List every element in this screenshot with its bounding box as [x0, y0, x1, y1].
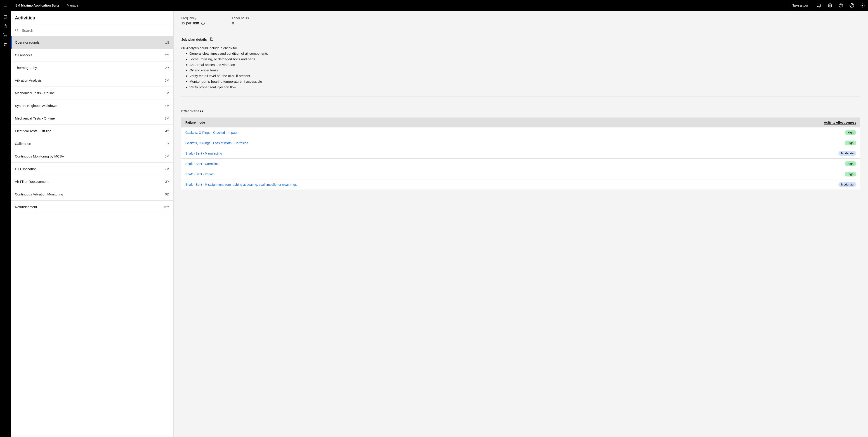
- failure-mode-link[interactable]: Shaft - Bent - Misalignment from rubbing…: [185, 183, 298, 186]
- panel-title: Activities: [11, 11, 174, 25]
- table-row: Shaft - Bent - ImpactHigh: [181, 169, 860, 179]
- activity-freq: 1S: [165, 40, 169, 44]
- notifications-icon[interactable]: [814, 0, 825, 11]
- table-row: Shaft - Bent - Misalignment from rubbing…: [181, 179, 860, 190]
- labor-label: Labor hours: [232, 16, 249, 20]
- activity-freq: 3M: [164, 104, 169, 107]
- activity-item[interactable]: Mechanical Tests - Off-line6M: [11, 87, 174, 99]
- failure-mode-link[interactable]: Shaft - Bent - Manufacting: [185, 152, 222, 155]
- app-switcher-icon[interactable]: [857, 0, 868, 11]
- svg-point-5: [861, 5, 862, 6]
- frequency-label: Frequency: [181, 16, 205, 20]
- activity-name: Thermography: [15, 66, 37, 70]
- activity-item[interactable]: Oil analysis2Y: [11, 49, 174, 61]
- activity-freq: 6M: [164, 79, 169, 82]
- user-avatar-icon[interactable]: [846, 0, 857, 11]
- activity-name: Mechanical Tests - On-line: [15, 116, 55, 120]
- activity-item[interactable]: Calibration1Y: [11, 137, 174, 150]
- failure-mode-link[interactable]: Gaskets, O-Rings - Cracked - Impact: [185, 131, 237, 134]
- activity-name: Mechanical Tests - Off-line: [15, 91, 55, 95]
- svg-point-12: [6, 37, 6, 37]
- hamburger-menu[interactable]: [0, 0, 11, 11]
- activity-name: Refurbishment: [15, 205, 37, 209]
- svg-point-11: [4, 37, 5, 37]
- th-activity-effectiveness[interactable]: Activity effectiveness: [689, 118, 860, 127]
- copy-icon[interactable]: [210, 37, 213, 41]
- failure-mode-link[interactable]: Shaft - Bent - Corrosion: [185, 162, 219, 166]
- activities-panel: Activities Operator rounds1SOil analysis…: [11, 11, 174, 437]
- activity-item[interactable]: Air Filter Replacement3Y: [11, 175, 174, 188]
- activity-name: Electrical Tests - Off-line: [15, 129, 51, 133]
- jobplan-item: Verify the oil level of . the oiler, if …: [189, 73, 860, 79]
- activity-item[interactable]: Vibration Analysis6M: [11, 74, 174, 87]
- effectiveness-badge: High: [845, 172, 856, 177]
- effectiveness-badge: High: [845, 161, 856, 166]
- brand-main: Maximo Application Suite: [21, 4, 59, 7]
- search-input[interactable]: [22, 29, 169, 33]
- frequency-value: 1x per shift: [181, 21, 199, 25]
- jobplan-item: Monitor pump bearing temperature, if acc…: [189, 79, 860, 85]
- activity-freq: 0D: [165, 192, 169, 196]
- effectiveness-title: Effectiveness: [181, 109, 203, 113]
- help-icon[interactable]: [835, 0, 846, 11]
- jobplan-title: Job plan details: [181, 37, 207, 41]
- search-row[interactable]: [11, 25, 174, 36]
- rail-clipboard-icon[interactable]: [0, 22, 11, 31]
- svg-point-13: [203, 22, 204, 23]
- info-icon[interactable]: [201, 22, 205, 25]
- brand-prefix: IBM: [14, 4, 20, 7]
- activity-item[interactable]: Operator rounds1S: [11, 36, 174, 49]
- activity-item[interactable]: Continuous Vibration Monitoring0D: [11, 188, 174, 201]
- activity-freq: 2Y: [165, 53, 169, 57]
- take-tour-button[interactable]: Take a tour: [789, 1, 812, 10]
- th-failure-mode[interactable]: Failure mode: [181, 118, 689, 127]
- activity-freq: 2M: [164, 167, 169, 171]
- take-tour-label: Take a tour: [793, 4, 808, 7]
- activity-freq: 6M: [164, 91, 169, 95]
- table-row: Shaft - Bent - ManufactingModerate: [181, 148, 860, 159]
- activity-item[interactable]: Refurbishment12Y: [11, 201, 174, 213]
- activity-item[interactable]: Thermography2Y: [11, 61, 174, 74]
- effectiveness-badge: High: [845, 141, 856, 145]
- activity-item[interactable]: Continuous Monitoring by MCSA6M: [11, 150, 174, 163]
- activity-name: Calibration: [15, 142, 31, 146]
- activity-name: System Engineer Walkdown: [15, 104, 57, 107]
- app-sublabel[interactable]: Manage: [63, 4, 82, 7]
- jobplan-intro: Oil Analysis could include a check for: [181, 46, 860, 50]
- effectiveness-badge: Moderate: [838, 151, 856, 156]
- jobplan-item: Abnormal noises and vibration: [189, 62, 860, 68]
- svg-point-10: [864, 6, 864, 7]
- activity-item[interactable]: Electrical Tests - Off-line4Y: [11, 125, 174, 137]
- svg-point-0: [841, 6, 841, 7]
- rail-shield-icon[interactable]: [0, 13, 11, 22]
- activity-name: Air Filter Replacement: [15, 180, 49, 184]
- jobplan-item: Verify proper seal injection flow: [189, 85, 860, 90]
- activity-name: Oil analysis: [15, 53, 32, 57]
- svg-point-8: [861, 6, 862, 7]
- rail-filter-icon[interactable]: [0, 40, 11, 49]
- activity-name: Continuous Vibration Monitoring: [15, 192, 63, 196]
- svg-point-4: [864, 4, 864, 4]
- activity-freq: 2Y: [165, 66, 169, 70]
- svg-point-2: [861, 4, 862, 4]
- jobplan-item: Loose, missing, or damaged bolts and par…: [189, 57, 860, 62]
- activity-item[interactable]: System Engineer Walkdown3M: [11, 99, 174, 112]
- rail-cart-icon[interactable]: [0, 31, 11, 40]
- effectiveness-table: Failure mode Activity effectiveness Gask…: [181, 118, 860, 190]
- activity-freq: 1Y: [165, 142, 169, 146]
- jobplan-item: Oil and water leaks: [189, 68, 860, 73]
- table-row: Gaskets, O-Rings - Loss of width - Corro…: [181, 138, 860, 148]
- activity-name: Vibration Analysis: [15, 79, 41, 82]
- activity-freq: 4Y: [165, 129, 169, 133]
- failure-mode-link[interactable]: Gaskets, O-Rings - Loss of width - Corro…: [185, 141, 248, 145]
- failure-mode-link[interactable]: Shaft - Bent - Impact: [185, 173, 214, 176]
- jobplan-item: General cleanliness and condition of all…: [189, 51, 860, 57]
- activity-freq: 12Y: [163, 205, 169, 209]
- top-header: IBM Maximo Application Suite Manage Take…: [0, 0, 868, 11]
- activity-item[interactable]: Mechanical Tests - On-line3M: [11, 112, 174, 125]
- activity-freq: 3M: [164, 116, 169, 120]
- settings-icon[interactable]: [825, 0, 835, 11]
- brand-label: IBM Maximo Application Suite: [11, 3, 63, 8]
- activity-item[interactable]: Oil Lubrication2M: [11, 163, 174, 175]
- svg-point-3: [862, 4, 863, 4]
